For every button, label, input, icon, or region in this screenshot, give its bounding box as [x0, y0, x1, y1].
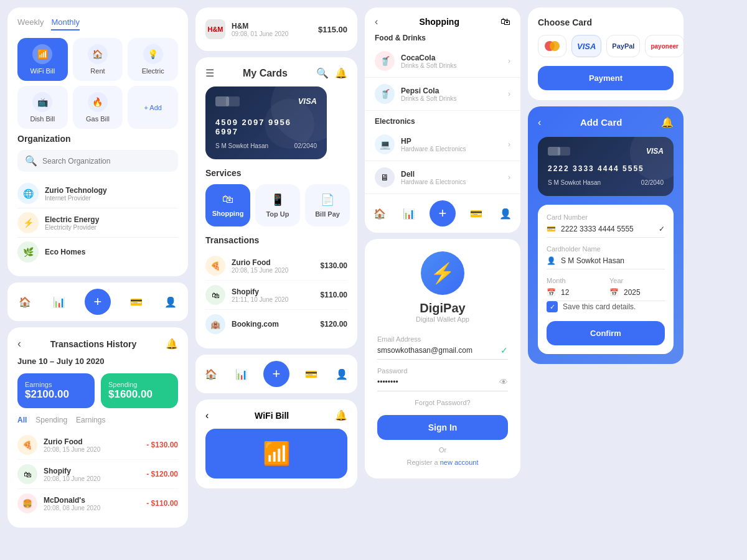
cat-cocacola[interactable]: 🥤 CocaCola Drinks & Soft Drinks ›	[365, 45, 520, 78]
org-item-electric[interactable]: ⚡ Electric Energy Electricity Provider	[17, 208, 178, 238]
hm-amount: $115.00	[318, 25, 347, 34]
bill-rent[interactable]: 🏠 Rent	[73, 38, 123, 81]
cat-pepsi[interactable]: 🥤 Pepsi Cola Drinks & Soft Drinks ›	[365, 78, 520, 111]
nav-add-1[interactable]: +	[85, 289, 111, 315]
nav-profile-1[interactable]: 👤	[162, 293, 179, 310]
nav-add-2[interactable]: +	[263, 361, 289, 387]
card-opt-paypal[interactable]: PayPal	[606, 35, 640, 57]
wifi-back-btn[interactable]: ‹	[205, 410, 209, 421]
email-input-row: ✓	[377, 345, 508, 360]
sign-in-button[interactable]: Sign In	[377, 415, 508, 440]
trans-item-1[interactable]: 🍕 Zurio Food 20:08, 15 June 2020 $130.00	[205, 251, 347, 281]
nav-profile-3[interactable]: 👤	[497, 205, 514, 222]
nav-stats-1[interactable]: 📊	[50, 293, 68, 310]
wifi-bell-icon[interactable]: 🔔	[335, 409, 347, 421]
card-number-value[interactable]: 2222 3333 4444 5555	[561, 225, 654, 233]
bill-dish[interactable]: 📺 Dish Bill	[17, 86, 68, 129]
card-opt-visa[interactable]: VISA	[571, 35, 601, 57]
hist-trans-2[interactable]: 🛍 Shopify 20:08, 10 June 2020 - $120.00	[17, 460, 178, 489]
bill-wifi[interactable]: 📶 WiFi Bill	[17, 38, 68, 81]
tab-weekly[interactable]: Weekly	[17, 17, 44, 30]
nav-add-3[interactable]: +	[430, 200, 456, 226]
bill-add[interactable]: + Add	[128, 86, 178, 129]
hist-trans-3[interactable]: 🍔 McDonald's 20:08, 08 June 2020 - $110.…	[17, 489, 178, 518]
bills-card: Weekly Monthly 📶 WiFi Bill 🏠 Rent 💡 Elec…	[7, 7, 188, 276]
hist-logo-3: 🍔	[17, 493, 37, 513]
password-input[interactable]	[377, 378, 499, 386]
eye-icon[interactable]: 👁	[499, 377, 508, 387]
spending-box: Spending $1600.00	[101, 373, 178, 408]
chevron-pepsi: ›	[508, 90, 510, 98]
confirm-button[interactable]: Confirm	[547, 321, 665, 345]
nav-card-2[interactable]: 💳	[303, 365, 320, 383]
hm-logo: H&M	[205, 19, 225, 39]
email-label: Email Address	[377, 335, 508, 343]
card-opt-mastercard[interactable]	[538, 35, 566, 57]
nav-home-2[interactable]: 🏠	[202, 365, 220, 383]
card-input-icon: 💳	[547, 225, 556, 233]
cards-menu-icon[interactable]: ☰	[205, 67, 214, 79]
trans-item-3[interactable]: 🏨 Booking.com $120.00	[205, 310, 347, 338]
nav-profile-2[interactable]: 👤	[333, 365, 350, 383]
nav-stats-2[interactable]: 📊	[233, 365, 250, 383]
org-item-eco[interactable]: 🌿 Eco Homes	[17, 238, 178, 266]
trans-amount-1: $130.00	[321, 261, 347, 270]
bottom-nav-3: 🏠 📊 + 💳 👤	[365, 194, 520, 233]
service-topup[interactable]: 📱 Top Up	[255, 184, 300, 226]
cardholder-value[interactable]: S M Sowkot Hasan	[561, 256, 665, 265]
shop-bag-icon[interactable]: 🛍	[500, 16, 510, 27]
new-account-link[interactable]: new account	[440, 459, 479, 466]
add-card-back-btn[interactable]: ‹	[538, 117, 541, 128]
nav-card-1[interactable]: 💳	[128, 293, 145, 310]
card-footer: S M Sowkot Hasan 02/2040	[215, 142, 317, 149]
month-value[interactable]: 12	[561, 288, 569, 297]
search-icon-cards[interactable]: 🔍	[316, 67, 329, 79]
hist-back-btn[interactable]: ‹	[17, 337, 21, 350]
bell-icon-cards[interactable]: 🔔	[335, 67, 347, 79]
gas-icon: 🔥	[88, 92, 108, 112]
period-tabs: Weekly Monthly	[17, 17, 178, 30]
cat-hp[interactable]: 💻 HP Hardware & Electronics ›	[365, 128, 520, 161]
nav-stats-3[interactable]: 📊	[400, 205, 418, 222]
org-item-zurio[interactable]: 🌐 Zurio Technology Internet Provider	[17, 179, 178, 208]
service-shopping[interactable]: 🛍 Shopping	[205, 184, 250, 226]
cat-left-pepsi: 🥤 Pepsi Cola Drinks & Soft Drinks	[375, 84, 456, 104]
wifi-title: WiFi Bill	[255, 411, 289, 421]
nav-card-3[interactable]: 💳	[467, 205, 485, 222]
trans-item-2[interactable]: 🛍 Shopify 21:11, 10 June 2020 $110.00	[205, 281, 347, 310]
cards-header: ☰ My Cards 🔍 🔔	[205, 67, 347, 79]
bill-electric[interactable]: 💡 Electric	[128, 38, 178, 81]
hist-trans-1[interactable]: 🍕 Zurio Food 20:08, 15 June 2020 - $130.…	[17, 431, 178, 460]
service-billpay[interactable]: 📄 Bill Pay	[305, 184, 350, 226]
add-card-bell-icon[interactable]: 🔔	[661, 116, 674, 128]
hm-transaction-card: H&M H&M 09:08, 01 June 2020 $115.00	[195, 7, 357, 51]
forgot-password[interactable]: Forgot Password?	[377, 399, 508, 406]
org-search-box[interactable]: 🔍	[17, 150, 178, 172]
year-value[interactable]: 2025	[624, 288, 641, 297]
filter-all[interactable]: All	[17, 416, 27, 424]
email-input[interactable]	[377, 346, 500, 355]
shop-back-btn[interactable]: ‹	[375, 16, 378, 27]
payoneer-text: payoneer	[651, 43, 678, 50]
cat-dell[interactable]: 🖥 Dell Hardware & Electronics ›	[365, 161, 520, 194]
hm-item[interactable]: H&M H&M 09:08, 01 June 2020 $115.00	[205, 15, 347, 44]
paypal-text: PayPal	[612, 42, 634, 50]
cat-left-hp: 💻 HP Hardware & Electronics	[375, 134, 466, 154]
payment-button[interactable]: Payment	[538, 66, 674, 90]
org-info-zurio: Zurio Technology Internet Provider	[45, 186, 107, 202]
save-checkbox[interactable]: ✓	[547, 301, 558, 312]
card-opt-payoneer[interactable]: payoneer	[645, 35, 684, 57]
tab-monthly[interactable]: Monthly	[51, 17, 80, 30]
filter-spending[interactable]: Spending	[35, 416, 67, 424]
filter-earnings[interactable]: Earnings	[76, 416, 105, 424]
preview-card-expiry: 02/2040	[641, 179, 664, 186]
org-search-input[interactable]	[42, 157, 171, 166]
bill-gas[interactable]: 🔥 Gas Bill	[73, 86, 123, 129]
nav-home-1[interactable]: 🏠	[16, 293, 34, 310]
bill-electric-label: Electric	[142, 67, 164, 75]
month-field: Month 📅 12	[547, 277, 602, 301]
hist-bell-icon[interactable]: 🔔	[166, 338, 178, 350]
nav-home-3[interactable]: 🏠	[371, 205, 388, 222]
trans-info-2: Shopify 21:11, 10 June 2020	[232, 287, 288, 303]
user-icon: 👤	[547, 256, 556, 265]
